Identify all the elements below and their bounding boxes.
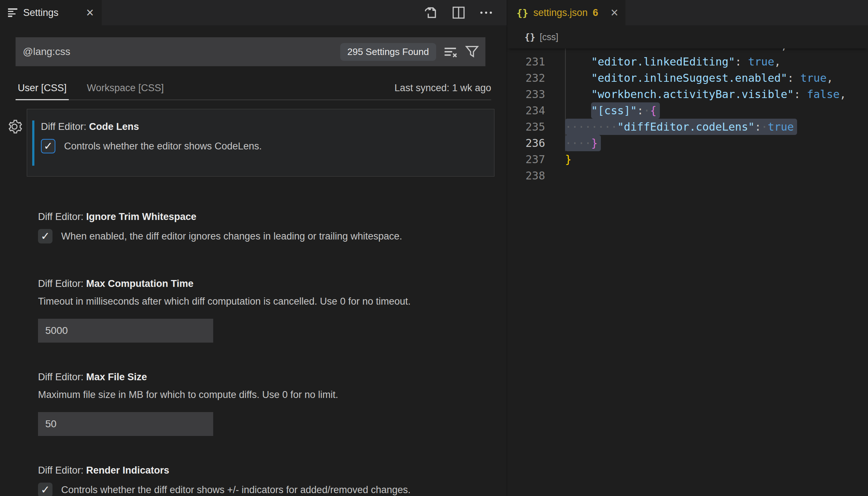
- line-content: }: [565, 151, 868, 168]
- line-content: ,: [565, 48, 868, 54]
- setting-name-label: Ignore Trim Whitespace: [86, 211, 197, 222]
- code-token: "workbench.activityBar.visible": [591, 88, 794, 101]
- code-line[interactable]: ,: [507, 48, 868, 54]
- settings-search-box: 295 Settings Found: [16, 37, 485, 66]
- code-line[interactable]: 235········"diffEditor.codeLens":·true: [507, 119, 868, 135]
- tab-filename: settings.json: [534, 7, 588, 18]
- checkmark-icon: ✓: [41, 484, 50, 495]
- setting-checkbox[interactable]: ✓: [38, 229, 52, 243]
- code-token: ,: [826, 72, 833, 84]
- code-token: [565, 88, 591, 101]
- setting-description: Controls whether the diff editor shows +…: [61, 484, 410, 496]
- line-number: 238: [507, 168, 545, 184]
- line-content: "editor.inlineSuggest.enabled": true,: [565, 70, 868, 86]
- code-token: [565, 104, 591, 117]
- breadcrumb[interactable]: {} [css]: [507, 25, 868, 48]
- tab-problems-count: 6: [593, 7, 598, 18]
- filter-icon[interactable]: [464, 44, 480, 59]
- line-content: ····}: [565, 135, 868, 151]
- code-token: "editor.inlineSuggest.enabled": [591, 72, 787, 84]
- settings-list-icon: [8, 8, 17, 17]
- line-number: [507, 48, 545, 54]
- code-token: :: [794, 88, 807, 101]
- split-editor-icon[interactable]: [451, 5, 466, 20]
- search-input[interactable]: [16, 46, 340, 58]
- modified-indicator-bar: [32, 120, 34, 166]
- line-content: "workbench.activityBar.visible": false,: [565, 86, 868, 102]
- code-token: :: [735, 55, 748, 68]
- last-synced-label: Last synced: 1 wk ago: [395, 82, 491, 94]
- code-token: ,: [565, 48, 787, 52]
- settings-list: Diff Editor: Code Lens✓Controls whether …: [0, 109, 507, 496]
- line-number: 231: [507, 54, 545, 70]
- editor-actions: [424, 0, 494, 25]
- code-token: "diffEditor.codeLens": [618, 120, 755, 133]
- setting-category-label: Diff Editor:: [38, 211, 86, 222]
- code-line[interactable]: 233 "workbench.activityBar.visible": fal…: [507, 86, 868, 102]
- json-file-icon: {}: [517, 7, 528, 18]
- code-token: :: [787, 72, 800, 84]
- setting-checkbox[interactable]: ✓: [41, 139, 55, 153]
- code-line[interactable]: 237}: [507, 151, 868, 168]
- setting-number-input[interactable]: [38, 412, 213, 436]
- setting-row[interactable]: Diff Editor: Max Computation TimeTimeout…: [38, 278, 507, 343]
- tab-settings-json[interactable]: {} settings.json 6 ×: [507, 0, 625, 25]
- settings-search-row: 295 Settings Found: [16, 37, 491, 66]
- code-token: {: [650, 104, 657, 117]
- close-icon[interactable]: ×: [86, 6, 94, 19]
- setting-control-row: ✓Controls whether the diff editor shows …: [38, 483, 507, 496]
- line-number: 237: [507, 151, 545, 168]
- code-token: true: [748, 55, 774, 68]
- setting-row[interactable]: Diff Editor: Render Indicators✓Controls …: [38, 465, 507, 496]
- setting-category-label: Diff Editor:: [38, 278, 86, 289]
- line-number: 234: [507, 102, 545, 119]
- setting-checkbox[interactable]: ✓: [38, 483, 52, 496]
- setting-title: Diff Editor: Max Computation Time: [38, 278, 507, 289]
- code-token: ·: [644, 104, 650, 117]
- line-content: "[css]":·{: [565, 102, 868, 119]
- settings-editor-pane: Settings ×: [0, 0, 507, 496]
- code-token: }: [565, 153, 572, 166]
- code-line[interactable]: 231 "editor.linkedEditing": true,: [507, 54, 868, 70]
- code-area[interactable]: ,231 "editor.linkedEditing": true,232 "e…: [507, 48, 868, 496]
- open-settings-json-icon[interactable]: [424, 5, 439, 20]
- search-actions: [443, 44, 480, 59]
- code-token: ,: [840, 88, 846, 101]
- setting-control-row: ✓Controls whether the editor shows CodeL…: [41, 139, 494, 153]
- clear-filters-icon[interactable]: [443, 44, 458, 59]
- gear-icon[interactable]: [7, 119, 22, 135]
- setting-row[interactable]: Diff Editor: Code Lens✓Controls whether …: [27, 109, 494, 177]
- setting-row[interactable]: Diff Editor: Max File SizeMaximum file s…: [38, 372, 507, 436]
- code-token: "[css]": [591, 104, 637, 117]
- checkmark-icon: ✓: [43, 141, 52, 152]
- code-line[interactable]: 232 "editor.inlineSuggest.enabled": true…: [507, 70, 868, 86]
- code-token: "editor.linkedEditing": [591, 55, 735, 68]
- line-number: 235: [507, 119, 545, 135]
- line-number: 233: [507, 86, 545, 102]
- code-token: ········: [565, 120, 618, 133]
- breadcrumb-item-css[interactable]: [css]: [540, 32, 558, 42]
- setting-description: Timeout in milliseconds after which diff…: [38, 296, 507, 307]
- code-line[interactable]: 238: [507, 168, 868, 184]
- code-line[interactable]: 236····}: [507, 135, 868, 151]
- setting-title: Diff Editor: Render Indicators: [38, 465, 507, 476]
- setting-description: Maximum file size in MB for which to com…: [38, 389, 507, 400]
- json-symbol-icon: {}: [524, 32, 535, 42]
- code-line[interactable]: 234 "[css]":·{: [507, 102, 868, 119]
- line-content: "editor.linkedEditing": true,: [565, 54, 868, 70]
- code-token: ,: [774, 55, 781, 68]
- scope-tab-workspace[interactable]: Workspace [CSS]: [85, 76, 166, 100]
- scope-tab-user[interactable]: User [CSS]: [16, 76, 69, 100]
- close-icon[interactable]: ×: [611, 6, 618, 19]
- code-token: false: [807, 88, 839, 101]
- setting-title: Diff Editor: Ignore Trim Whitespace: [38, 211, 507, 222]
- setting-category-label: Diff Editor:: [41, 121, 89, 132]
- setting-name-label: Max File Size: [86, 372, 147, 382]
- more-actions-icon[interactable]: [479, 5, 494, 20]
- tab-settings[interactable]: Settings ×: [0, 0, 102, 25]
- setting-row[interactable]: Diff Editor: Ignore Trim Whitespace✓When…: [38, 211, 507, 243]
- right-tab-bar: {} settings.json 6 ×: [507, 0, 868, 25]
- setting-name-label: Code Lens: [89, 121, 139, 132]
- checkmark-icon: ✓: [41, 231, 50, 242]
- setting-number-input[interactable]: [38, 319, 213, 343]
